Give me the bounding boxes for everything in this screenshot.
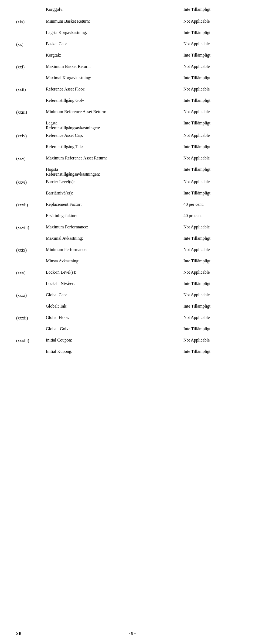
row-value: Not Applicable: [183, 225, 243, 229]
row-label: Minimum Basket Return:: [46, 19, 183, 24]
row-label: Barrier Level(s):: [46, 179, 183, 184]
row-value: Not Applicable: [183, 247, 243, 252]
row-label: Global Floor:: [46, 315, 183, 320]
row-xxxiii-main: (xxxiii) Initial Coupon: Not Applicable: [16, 336, 243, 348]
sub-value: Inte Tillämpligt: [183, 236, 243, 241]
row-number: (xxi): [16, 64, 46, 69]
row-number: (xxiii): [16, 109, 46, 115]
row-label: Reference Asset Floor:: [46, 87, 183, 92]
row-label: Global Cap:: [46, 293, 183, 297]
row-value: Not Applicable: [183, 293, 243, 297]
footer-center: - 9 -: [128, 631, 136, 636]
row-xxix-main: (xxix) Minimum Performance: Not Applicab…: [16, 246, 243, 257]
row-label: Maximum Basket Return:: [46, 64, 183, 69]
row-xxxi-sub: Globalt Tak: Inte Tillämpligt: [16, 303, 243, 314]
row-label: Korggolv:: [46, 7, 183, 12]
row-value: Not Applicable: [183, 338, 243, 343]
sub-label: Ersättningsfaktor:: [46, 213, 183, 218]
sub-label: LägstaReferenstillgångsavkastningen:: [46, 121, 183, 130]
row-xxxii-sub: Globalt Golv: Inte Tillämpligt: [16, 325, 243, 336]
row-label: Initial Coupon:: [46, 338, 183, 343]
row-value: Not Applicable: [183, 270, 243, 275]
row-number: (xxxiii): [16, 338, 46, 343]
row-number: (xxxii): [16, 315, 46, 321]
row-xix-main: (xix) Minimum Basket Return: Not Applica…: [16, 17, 243, 29]
row-number: (xix): [16, 19, 46, 24]
row-number: (xx): [16, 41, 46, 47]
row-xx-sub: Korgtak: Inte Tillämpligt: [16, 52, 243, 62]
row-xxviii-main: (xxviii) Maximum Performance: Not Applic…: [16, 223, 243, 235]
row-xxviii-sub: Maximal Avkastning: Inte Tillämpligt: [16, 235, 243, 246]
row-xix-sub: Lägsta Korgavkastning: Inte Tillämpligt: [16, 29, 243, 40]
row-xxv-main: (xxv) Maximum Reference Asset Return: No…: [16, 154, 243, 166]
row-korggolv: Korggolv: Inte Tillämpligt: [16, 5, 243, 17]
row-xxiv-sub: Referenstillgång Tak: Inte Tillämpligt: [16, 143, 243, 154]
row-label: Minimum Performance:: [46, 247, 183, 252]
row-value: Not Applicable: [183, 64, 243, 69]
row-number: [16, 7, 46, 8]
row-number: (xxix): [16, 247, 46, 253]
row-value: Inte Tillämpligt: [183, 7, 243, 12]
row-xxx-sub: Lock-in Nivå/er: Inte Tillämpligt: [16, 280, 243, 291]
row-xxxiii-sub: Initial Kupong: Inte Tillämpligt: [16, 348, 243, 359]
sub-label: Globalt Tak:: [46, 304, 183, 309]
row-xxv-sub: HögstaReferenstillgångsavkastningen: Int…: [16, 166, 243, 178]
sub-value: Inte Tillämpligt: [183, 121, 243, 126]
row-xxi-main: (xxi) Maximum Basket Return: Not Applica…: [16, 62, 243, 74]
sub-label: Lägsta Korgavkastning:: [46, 30, 183, 35]
sub-label: Referenstillgång Golv: [46, 98, 183, 103]
row-value: Not Applicable: [183, 133, 243, 138]
sub-label: Korgtak:: [46, 53, 183, 58]
footer: SB - 9 -: [16, 631, 243, 636]
row-xxvii-main: (xxvii) Replacement Factor: 40 per cent.: [16, 200, 243, 212]
row-xxiii-sub: LägstaReferenstillgångsavkastningen: Int…: [16, 120, 243, 131]
table-wrapper: Korggolv: Inte Tillämpligt (xix) Minimum…: [16, 5, 243, 359]
sub-value: Inte Tillämpligt: [183, 304, 243, 309]
row-value: Not Applicable: [183, 315, 243, 320]
row-number: (xxvii): [16, 202, 46, 207]
sub-value: Inte Tillämpligt: [183, 281, 243, 286]
row-xxiv-main: (xxiv) Reference Asset Cap: Not Applicab…: [16, 131, 243, 143]
sub-value: Inte Tillämpligt: [183, 191, 243, 196]
sub-label: Initial Kupong:: [46, 349, 183, 354]
row-label: Basket Cap:: [46, 41, 183, 46]
sub-value: Inte Tillämpligt: [183, 30, 243, 35]
sub-value: Inte Tillämpligt: [183, 259, 243, 263]
row-xxiii-main: (xxiii) Minimum Reference Asset Return: …: [16, 108, 243, 120]
sub-value: Inte Tillämpligt: [183, 98, 243, 103]
row-xxxi-main: (xxxi) Global Cap: Not Applicable: [16, 291, 243, 303]
row-xxii-main: (xxii) Reference Asset Floor: Not Applic…: [16, 85, 243, 97]
row-number: (xxiv): [16, 133, 46, 138]
sub-value: 40 procent: [183, 213, 243, 218]
row-xxvii-sub: Ersättningsfaktor: 40 procent: [16, 212, 243, 223]
row-xx-main: (xx) Basket Cap: Not Applicable: [16, 40, 243, 52]
row-label: Reference Asset Cap:: [46, 133, 183, 138]
sub-label: Maximal Korgavkastning:: [46, 75, 183, 80]
row-label: Maximum Reference Asset Return:: [46, 156, 183, 161]
row-value: Not Applicable: [183, 19, 243, 24]
row-value: Not Applicable: [183, 156, 243, 161]
row-xxix-sub: Minsta Avkastning: Inte Tillämpligt: [16, 257, 243, 268]
sub-label: Referenstillgång Tak:: [46, 144, 183, 149]
row-number: (xxviii): [16, 225, 46, 230]
sub-value: Inte Tillämpligt: [183, 53, 243, 58]
row-number: (xxvi): [16, 179, 46, 185]
row-value: Not Applicable: [183, 41, 243, 46]
row-number: (xxx): [16, 270, 46, 275]
row-label: Minimum Reference Asset Return:: [46, 109, 183, 114]
row-label: Replacement Factor:: [46, 202, 183, 207]
row-value: Not Applicable: [183, 87, 243, 92]
sub-value: Inte Tillämpligt: [183, 144, 243, 149]
sub-label: Maximal Avkastning:: [46, 236, 183, 241]
sub-label: Minsta Avkastning:: [46, 259, 183, 263]
row-xxxii-main: (xxxii) Global Floor: Not Applicable: [16, 314, 243, 325]
row-value: Not Applicable: [183, 109, 243, 114]
page-container: Korggolv: Inte Tillämpligt (xix) Minimum…: [0, 0, 259, 644]
row-number: (xxv): [16, 156, 46, 161]
footer-left: SB: [16, 631, 22, 636]
sub-value: Inte Tillämpligt: [183, 167, 243, 172]
sub-label: HögstaReferenstillgångsavkastningen:: [46, 167, 183, 177]
row-label: Maximum Performance:: [46, 225, 183, 229]
sub-value: Inte Tillämpligt: [183, 349, 243, 354]
sub-value: Inte Tillämpligt: [183, 326, 243, 331]
